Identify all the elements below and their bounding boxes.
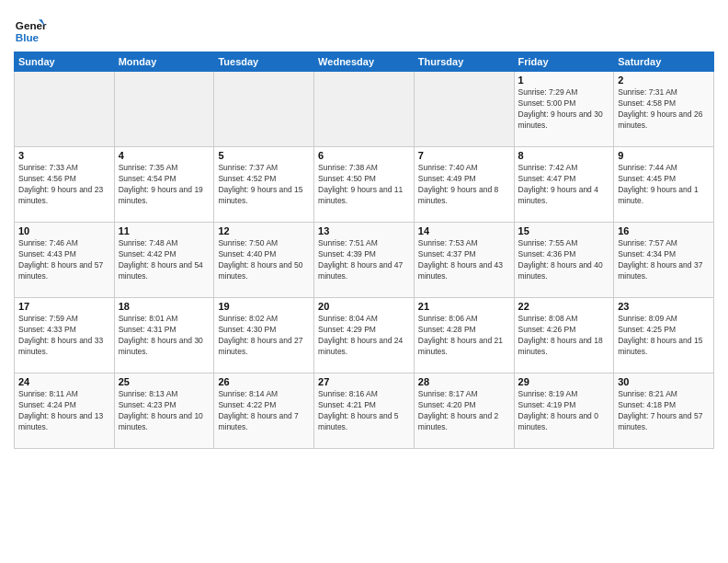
calendar-week-3: 10Sunrise: 7:46 AM Sunset: 4:43 PM Dayli… xyxy=(15,223,714,298)
calendar-cell-2-2: 4Sunrise: 7:35 AM Sunset: 4:54 PM Daylig… xyxy=(114,147,214,223)
day-number: 9 xyxy=(618,150,710,161)
day-number: 15 xyxy=(518,225,610,236)
day-info: Sunrise: 7:35 AM Sunset: 4:54 PM Dayligh… xyxy=(119,163,210,207)
calendar-cell-2-5: 7Sunrise: 7:40 AM Sunset: 4:49 PM Daylig… xyxy=(414,147,514,223)
calendar-cell-1-4 xyxy=(314,72,415,147)
day-number: 4 xyxy=(119,150,210,161)
calendar-cell-5-3: 26Sunrise: 8:14 AM Sunset: 4:22 PM Dayli… xyxy=(214,373,314,449)
day-number: 8 xyxy=(518,150,610,161)
calendar-cell-1-3 xyxy=(214,72,314,147)
calendar-cell-2-1: 3Sunrise: 7:33 AM Sunset: 4:56 PM Daylig… xyxy=(15,147,115,223)
calendar-header-wednesday: Wednesday xyxy=(314,52,415,72)
day-info: Sunrise: 7:33 AM Sunset: 4:56 PM Dayligh… xyxy=(18,163,110,207)
day-info: Sunrise: 7:59 AM Sunset: 4:33 PM Dayligh… xyxy=(18,314,110,358)
calendar-cell-1-2 xyxy=(114,72,214,147)
day-info: Sunrise: 7:42 AM Sunset: 4:47 PM Dayligh… xyxy=(518,163,610,207)
day-number: 10 xyxy=(18,225,110,236)
calendar-cell-3-6: 15Sunrise: 7:55 AM Sunset: 4:36 PM Dayli… xyxy=(514,223,614,298)
day-info: Sunrise: 7:29 AM Sunset: 5:00 PM Dayligh… xyxy=(518,87,610,132)
calendar-cell-3-2: 11Sunrise: 7:48 AM Sunset: 4:42 PM Dayli… xyxy=(114,223,214,298)
calendar-header-row: SundayMondayTuesdayWednesdayThursdayFrid… xyxy=(15,52,714,72)
day-info: Sunrise: 8:02 AM Sunset: 4:30 PM Dayligh… xyxy=(218,314,310,358)
day-number: 20 xyxy=(318,301,410,312)
calendar-cell-4-6: 22Sunrise: 8:08 AM Sunset: 4:26 PM Dayli… xyxy=(514,298,614,373)
logo: General Blue xyxy=(14,13,51,46)
day-number: 29 xyxy=(518,376,610,387)
svg-text:Blue: Blue xyxy=(16,31,40,43)
day-number: 26 xyxy=(218,376,310,387)
day-number: 2 xyxy=(618,75,710,86)
calendar-cell-4-3: 19Sunrise: 8:02 AM Sunset: 4:30 PM Dayli… xyxy=(214,298,314,373)
calendar-cell-1-7: 2Sunrise: 7:31 AM Sunset: 4:58 PM Daylig… xyxy=(614,72,714,147)
day-number: 30 xyxy=(618,376,710,387)
calendar-cell-5-6: 29Sunrise: 8:19 AM Sunset: 4:19 PM Dayli… xyxy=(514,373,614,449)
calendar-cell-2-6: 8Sunrise: 7:42 AM Sunset: 4:47 PM Daylig… xyxy=(514,147,614,223)
calendar-week-2: 3Sunrise: 7:33 AM Sunset: 4:56 PM Daylig… xyxy=(15,147,714,223)
day-number: 22 xyxy=(518,301,610,312)
day-number: 13 xyxy=(318,225,410,236)
day-info: Sunrise: 8:13 AM Sunset: 4:23 PM Dayligh… xyxy=(119,389,210,433)
calendar-cell-1-5 xyxy=(414,72,514,147)
calendar-cell-3-1: 10Sunrise: 7:46 AM Sunset: 4:43 PM Dayli… xyxy=(15,223,115,298)
calendar-header-monday: Monday xyxy=(114,52,214,72)
day-info: Sunrise: 7:31 AM Sunset: 4:58 PM Dayligh… xyxy=(618,87,710,132)
day-number: 27 xyxy=(318,376,410,387)
day-info: Sunrise: 7:51 AM Sunset: 4:39 PM Dayligh… xyxy=(318,238,410,282)
day-number: 3 xyxy=(18,150,110,161)
day-number: 5 xyxy=(218,150,310,161)
day-info: Sunrise: 7:40 AM Sunset: 4:49 PM Dayligh… xyxy=(418,163,510,207)
day-number: 16 xyxy=(618,225,710,236)
calendar-cell-2-3: 5Sunrise: 7:37 AM Sunset: 4:52 PM Daylig… xyxy=(214,147,314,223)
day-number: 19 xyxy=(218,301,310,312)
calendar-cell-4-1: 17Sunrise: 7:59 AM Sunset: 4:33 PM Dayli… xyxy=(15,298,115,373)
day-info: Sunrise: 7:57 AM Sunset: 4:34 PM Dayligh… xyxy=(618,238,710,282)
day-info: Sunrise: 8:08 AM Sunset: 4:26 PM Dayligh… xyxy=(518,314,610,358)
logo-icon: General Blue xyxy=(14,13,47,46)
day-number: 6 xyxy=(318,150,410,161)
day-number: 18 xyxy=(119,301,210,312)
calendar-cell-4-5: 21Sunrise: 8:06 AM Sunset: 4:28 PM Dayli… xyxy=(414,298,514,373)
calendar-cell-3-7: 16Sunrise: 7:57 AM Sunset: 4:34 PM Dayli… xyxy=(614,223,714,298)
day-number: 17 xyxy=(18,301,110,312)
day-info: Sunrise: 7:38 AM Sunset: 4:50 PM Dayligh… xyxy=(318,163,410,207)
calendar-cell-2-7: 9Sunrise: 7:44 AM Sunset: 4:45 PM Daylig… xyxy=(614,147,714,223)
calendar-cell-5-2: 25Sunrise: 8:13 AM Sunset: 4:23 PM Dayli… xyxy=(114,373,214,449)
calendar-cell-2-4: 6Sunrise: 7:38 AM Sunset: 4:50 PM Daylig… xyxy=(314,147,415,223)
calendar-week-4: 17Sunrise: 7:59 AM Sunset: 4:33 PM Dayli… xyxy=(15,298,714,373)
calendar-header-saturday: Saturday xyxy=(614,52,714,72)
header: General Blue xyxy=(14,9,714,46)
calendar-cell-3-5: 14Sunrise: 7:53 AM Sunset: 4:37 PM Dayli… xyxy=(414,223,514,298)
calendar-cell-3-3: 12Sunrise: 7:50 AM Sunset: 4:40 PM Dayli… xyxy=(214,223,314,298)
day-number: 12 xyxy=(218,225,310,236)
calendar-cell-3-4: 13Sunrise: 7:51 AM Sunset: 4:39 PM Dayli… xyxy=(314,223,415,298)
calendar-week-5: 24Sunrise: 8:11 AM Sunset: 4:24 PM Dayli… xyxy=(15,373,714,449)
day-info: Sunrise: 7:44 AM Sunset: 4:45 PM Dayligh… xyxy=(618,163,710,207)
calendar-cell-5-5: 28Sunrise: 8:17 AM Sunset: 4:20 PM Dayli… xyxy=(414,373,514,449)
day-info: Sunrise: 8:16 AM Sunset: 4:21 PM Dayligh… xyxy=(318,389,410,433)
day-number: 14 xyxy=(418,225,510,236)
day-info: Sunrise: 8:06 AM Sunset: 4:28 PM Dayligh… xyxy=(418,314,510,358)
calendar-table: SundayMondayTuesdayWednesdayThursdayFrid… xyxy=(14,52,714,449)
day-info: Sunrise: 8:04 AM Sunset: 4:29 PM Dayligh… xyxy=(318,314,410,358)
day-info: Sunrise: 7:55 AM Sunset: 4:36 PM Dayligh… xyxy=(518,238,610,282)
calendar-cell-5-7: 30Sunrise: 8:21 AM Sunset: 4:18 PM Dayli… xyxy=(614,373,714,449)
calendar-cell-4-4: 20Sunrise: 8:04 AM Sunset: 4:29 PM Dayli… xyxy=(314,298,415,373)
day-info: Sunrise: 7:50 AM Sunset: 4:40 PM Dayligh… xyxy=(218,238,310,282)
day-info: Sunrise: 8:01 AM Sunset: 4:31 PM Dayligh… xyxy=(119,314,210,358)
calendar-cell-5-4: 27Sunrise: 8:16 AM Sunset: 4:21 PM Dayli… xyxy=(314,373,415,449)
calendar-header-sunday: Sunday xyxy=(15,52,115,72)
calendar-week-1: 1Sunrise: 7:29 AM Sunset: 5:00 PM Daylig… xyxy=(15,72,714,147)
calendar-cell-1-1 xyxy=(15,72,115,147)
day-number: 28 xyxy=(418,376,510,387)
calendar-cell-1-6: 1Sunrise: 7:29 AM Sunset: 5:00 PM Daylig… xyxy=(514,72,614,147)
day-number: 11 xyxy=(119,225,210,236)
calendar-header-tuesday: Tuesday xyxy=(214,52,314,72)
day-number: 23 xyxy=(618,301,710,312)
day-info: Sunrise: 7:53 AM Sunset: 4:37 PM Dayligh… xyxy=(418,238,510,282)
page: General Blue SundayMondayTuesdayWednesda… xyxy=(0,0,728,563)
day-info: Sunrise: 8:14 AM Sunset: 4:22 PM Dayligh… xyxy=(218,389,310,433)
day-info: Sunrise: 8:19 AM Sunset: 4:19 PM Dayligh… xyxy=(518,389,610,433)
day-number: 24 xyxy=(18,376,110,387)
day-number: 7 xyxy=(418,150,510,161)
day-number: 21 xyxy=(418,301,510,312)
